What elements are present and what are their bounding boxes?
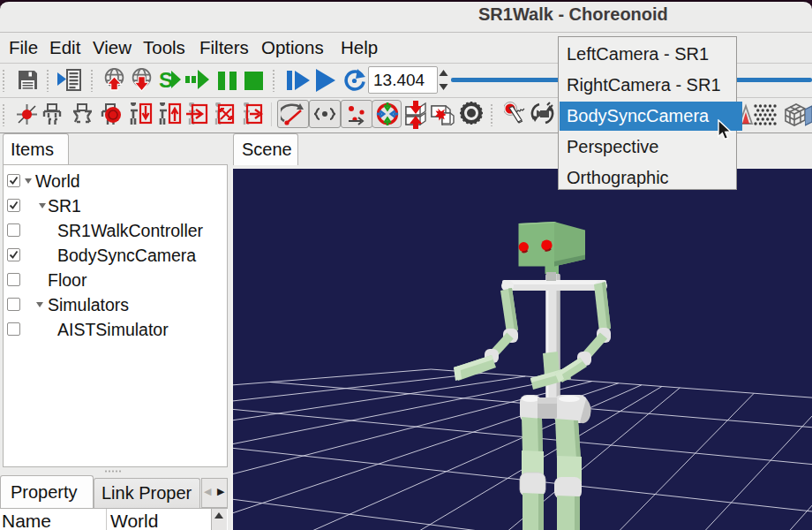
svg-text:S: S [159,68,173,91]
